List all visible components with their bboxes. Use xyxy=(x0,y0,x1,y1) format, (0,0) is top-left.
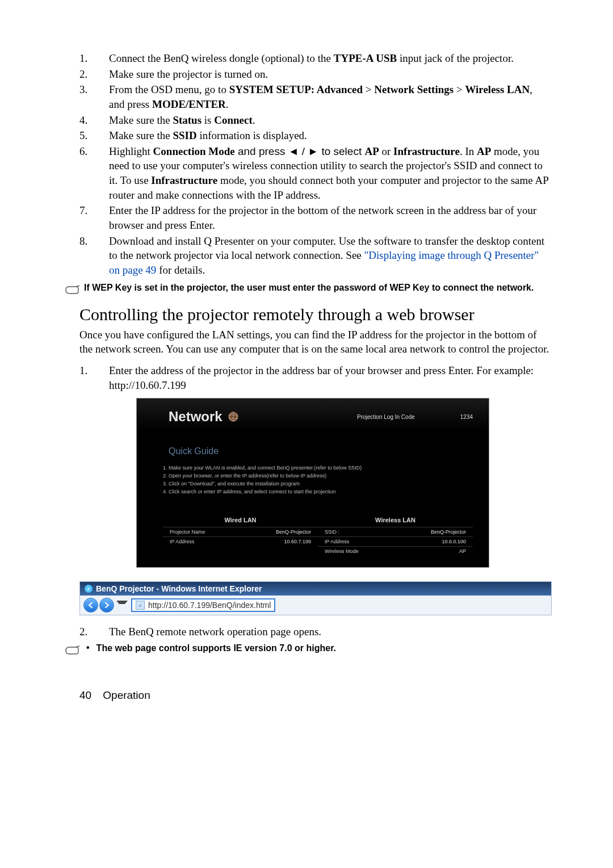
wireless-lan-column: Wireless LAN SSID :BenQ-Projector IP Add… xyxy=(318,517,473,556)
quick-guide-steps: 1. Make sure your WLAN is enabled, and c… xyxy=(163,464,473,496)
login-code-box: Projection Log In Code 1234 xyxy=(357,414,473,420)
setup-steps-list: Connect the BenQ wireless dongle (option… xyxy=(79,51,551,278)
step-2: Make sure the projector is turned on. xyxy=(79,67,551,82)
note-hand-icon xyxy=(65,644,81,655)
page-footer: 40 Operation xyxy=(79,689,551,702)
step-5: Make sure the SSID information is displa… xyxy=(79,128,551,143)
section-heading: Controlling the projector remotely throu… xyxy=(79,305,551,324)
page-number: 40 xyxy=(79,689,100,702)
browser-step-1: Enter the address of the projector in th… xyxy=(79,363,551,392)
wired-lan-column: Wired LAN Projector NameBenQ-Projector I… xyxy=(163,517,318,556)
back-button[interactable] xyxy=(83,598,98,613)
step-6: Highlight Connection Mode and press ◄ / … xyxy=(79,144,551,203)
network-title: Network xyxy=(169,409,240,425)
note-hand-icon xyxy=(65,283,81,295)
wep-key-note: If WEP Key is set in the projector, the … xyxy=(65,282,551,295)
step-3: From the OSD menu, go to SYSTEM SETUP: A… xyxy=(79,82,551,111)
ie-logo-icon: e xyxy=(85,585,93,593)
footer-section: Operation xyxy=(103,689,150,701)
step-1: Connect the BenQ wireless dongle (option… xyxy=(79,51,551,66)
step-8: Download and install Q Presenter on your… xyxy=(79,234,551,278)
ie-version-note: • The web page control supports IE versi… xyxy=(65,643,551,655)
browser-step-2: The BenQ remote network operation page o… xyxy=(79,624,551,639)
page-icon: e xyxy=(136,601,145,610)
ie-window-screenshot: e BenQ Projector - Windows Internet Expl… xyxy=(79,581,552,615)
step-7: Enter the IP address for the projector i… xyxy=(79,203,551,232)
quick-guide-title: Quick Guide xyxy=(169,446,473,456)
step-4: Make sure the Status is Connect. xyxy=(79,113,551,128)
bullet-icon: • xyxy=(86,643,90,653)
forward-button[interactable] xyxy=(99,598,114,613)
browser-steps-list-2: The BenQ remote network operation page o… xyxy=(79,624,551,639)
nav-dropdown-icon[interactable] xyxy=(116,601,128,610)
intro-paragraph: Once you have configured the LAN setting… xyxy=(79,328,551,357)
address-bar[interactable]: e http://10.60.7.199/BenQ/index.html xyxy=(131,598,275,612)
ie-titlebar: e BenQ Projector - Windows Internet Expl… xyxy=(80,582,551,596)
network-logo-icon xyxy=(227,410,240,423)
network-screenshot: Network Projection Log In Code 1234 Quic… xyxy=(136,398,489,568)
browser-steps-list: Enter the address of the projector in th… xyxy=(79,363,551,392)
